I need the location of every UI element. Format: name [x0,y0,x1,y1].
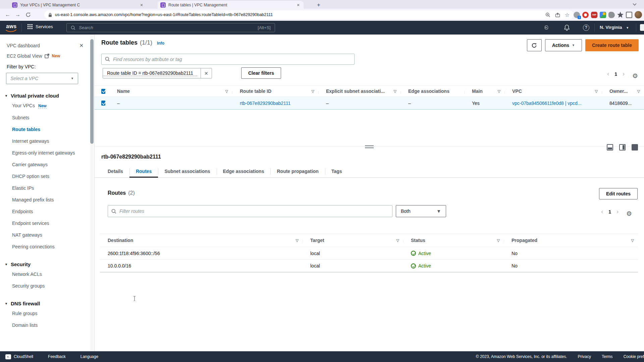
section-security[interactable]: ▼ Security [0,253,94,268]
forward-icon[interactable]: → [13,12,23,18]
vpc-link[interactable]: vpc-07ba94506611fe0d8 | vpcd... [512,101,582,106]
sort-icon[interactable]: ▽ [394,89,396,94]
sidebar-item-rule-groups[interactable]: Rule groups [0,308,94,319]
sidebar-item-elastic-ips[interactable]: Elastic IPs [0,182,94,194]
aws-logo[interactable]: aws [6,23,17,29]
sidebar-item-nat-gateways[interactable]: NAT gateways [0,229,94,241]
footer-cookie-preferences[interactable]: Cookie pref [624,354,644,359]
share-icon[interactable] [555,12,560,17]
zoom-icon[interactable] [545,12,550,17]
page-number[interactable]: 1 [608,209,611,215]
split-panel-divider[interactable] [95,146,644,150]
column-propagated[interactable]: Propagated [512,238,537,243]
browser-profile-avatar[interactable] [635,11,642,18]
sort-icon[interactable]: ▽ [396,238,399,243]
actions-button[interactable]: Actions ▼ [545,39,582,51]
sort-icon[interactable]: ▽ [498,89,500,94]
page-previous-icon[interactable]: ‹ [607,70,609,77]
section-dns-firewall[interactable]: ▼ DNS firewall [0,292,94,308]
back-icon[interactable]: ← [3,12,13,18]
select-vpc-dropdown[interactable]: Select a VPC ▼ [6,73,78,84]
tab-routes[interactable]: Routes [129,165,158,177]
url-bar[interactable]: us-east-1.console.aws.amazon.com/vpc/hom… [44,10,574,19]
chevron-down-icon[interactable] [633,3,637,6]
edit-routes-button[interactable]: Edit routes [599,188,638,199]
panel-bottom-layout-icon[interactable] [607,144,613,150]
tab-route-propagation[interactable]: Route propagation [270,165,325,177]
sidebar-item-network-acls[interactable]: Network ACLs [0,268,94,280]
footer-feedback[interactable]: Feedback [48,354,66,359]
page-number[interactable]: 1 [614,71,617,77]
footer-language[interactable]: Language [80,354,98,359]
remove-filter-icon[interactable]: ✕ [201,71,212,76]
tab-edge-associations[interactable]: Edge associations [217,165,271,177]
find-resources-input[interactable] [113,57,351,62]
panel-right-layout-icon[interactable] [619,144,626,150]
filter-chip[interactable]: Route table ID = rtb-067e829290bab2111 ✕ [103,68,212,78]
tab-subnet-associations[interactable]: Subnet associations [158,165,216,177]
filter-routes-input[interactable] [119,208,389,214]
column-edge-associations[interactable]: Edge associations [408,88,449,94]
route-row[interactable]: 10.0.0.0/16 local Active No [100,260,638,273]
column-explicit-subnet[interactable]: Explicit subnet associati... [326,88,385,94]
account-menu-clipped[interactable] [640,24,644,31]
column-name[interactable]: Name [117,88,130,94]
extension-icon[interactable] [582,12,589,18]
sidebar-item-peering-connections[interactable]: Peering connections [0,241,94,253]
services-menu[interactable]: Services [28,24,53,29]
sidebar-item-security-groups[interactable]: Security groups [0,280,94,292]
sidebar-item-vpc-dashboard[interactable]: VPC dashboard [7,43,40,48]
sidebar-item-ec2-global-view[interactable]: EC2 Global View New [0,49,94,59]
region-selector[interactable]: N. Virginia ▼ [600,25,629,30]
tab-close-icon[interactable]: ✕ [139,2,144,8]
sort-icon[interactable]: ▽ [595,89,598,94]
sidebar-item-egress-only-internet-gateways[interactable]: Egress-only internet gateways [0,147,94,159]
notifications-bell-icon[interactable] [564,24,570,31]
column-owner[interactable]: Owner... [609,88,628,94]
routes-settings-gear-icon[interactable]: ⚙ [626,210,632,218]
sidebar-item-internet-gateways[interactable]: Internet gateways [0,135,94,147]
cloudshell-icon[interactable]: >_ [545,24,548,31]
reload-icon[interactable] [23,12,33,17]
sidebar-item-endpoint-services[interactable]: Endpoint services [0,218,94,229]
table-row[interactable]: – rtb-067e829290bab2111 – – Yes vpc-07ba… [95,97,644,110]
extension-icon[interactable] [626,12,632,18]
table-settings-gear-icon[interactable]: ⚙ [632,72,638,80]
new-tab-button[interactable]: + [315,1,323,9]
sidebar-item-carrier-gateways[interactable]: Carrier gateways [0,159,94,171]
tab-tags[interactable]: Tags [325,165,348,177]
sort-icon[interactable]: ▽ [497,238,500,243]
footer-privacy[interactable]: Privacy [578,354,591,359]
route-row[interactable]: 2600:1f18:4f96:3600::/56 local Active No [100,247,638,260]
sidebar-item-endpoints[interactable]: Endpoints [0,206,94,218]
split-panel-drag-handle[interactable] [365,145,374,148]
tab-close-icon[interactable]: ✕ [296,2,301,8]
extension-icon[interactable] [608,12,615,18]
bookmark-star-icon[interactable]: ☆ [565,12,570,17]
clear-filters-button[interactable]: Clear filters [241,67,281,79]
extension-icon[interactable] [617,12,624,18]
column-destination[interactable]: Destination [108,238,133,243]
sort-icon[interactable]: ▽ [631,238,634,243]
extension-icon[interactable] [574,12,580,18]
close-icon[interactable]: ✕ [79,43,84,49]
info-link[interactable]: Info [157,41,164,46]
sidebar-item-managed-prefix-lists[interactable]: Managed prefix lists [0,194,94,206]
sidebar-item-route-tables[interactable]: Route tables [0,124,94,135]
help-icon[interactable]: ? [583,24,589,31]
sidebar-item-dhcp-option-sets[interactable]: DHCP option sets [0,171,94,182]
sidebar-item-domain-lists[interactable]: Domain lists [0,319,94,331]
sort-icon[interactable]: ▽ [637,89,640,94]
sort-icon[interactable]: ▽ [296,238,299,243]
page-previous-icon[interactable]: ‹ [601,208,603,215]
row-checkbox[interactable] [101,101,105,106]
browser-tab-your-vpcs[interactable]: Your VPCs | VPC Management C ✕ [9,1,147,9]
footer-terms[interactable]: Terms [602,354,613,359]
section-virtual-private-cloud[interactable]: ▼ Virtual private cloud [0,84,94,100]
page-next-icon[interactable]: › [616,208,619,215]
extension-icon[interactable] [600,12,606,18]
route-table-id-link[interactable]: rtb-067e829290bab2111 [240,101,290,106]
page-next-icon[interactable]: › [623,70,625,77]
aws-search-box[interactable]: Search [Alt+S] [66,23,275,32]
create-route-table-button[interactable]: Create route table [585,39,639,51]
